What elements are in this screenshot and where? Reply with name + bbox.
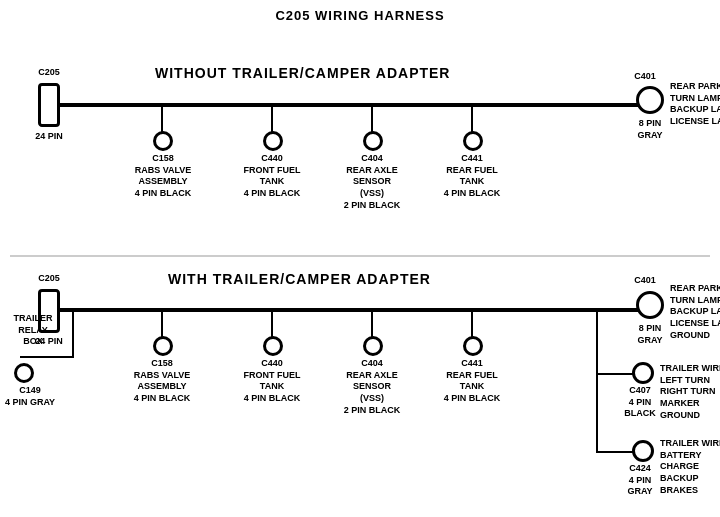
s1-c404-drop — [371, 105, 373, 133]
s1-c440-label: C440FRONT FUELTANK4 PIN BLACK — [243, 153, 301, 200]
s1-c205-label: C205 — [28, 67, 70, 79]
s1-c158-connector — [153, 131, 173, 151]
section1-label: WITHOUT TRAILER/CAMPER ADAPTER — [155, 65, 450, 81]
diagram-container: WITHOUT TRAILER/CAMPER ADAPTER C205 24 P… — [0, 23, 720, 517]
s1-c441-label: C441REAR FUELTANK4 PIN BLACK — [443, 153, 501, 200]
section2-label: WITH TRAILER/CAMPER ADAPTER — [168, 271, 431, 287]
s2-c158-label: C158RABS VALVEASSEMBLY4 PIN BLACK — [133, 358, 191, 405]
s2-c404-drop — [371, 310, 373, 338]
s1-c158-label: C158RABS VALVEASSEMBLY4 PIN BLACK — [133, 153, 193, 200]
s2-c424-connector — [632, 440, 654, 462]
s2-c424-id: C4244 PINGRAY — [618, 463, 662, 498]
s2-c407-id: C4074 PINBLACK — [620, 385, 660, 420]
s2-c158-connector — [153, 336, 173, 356]
s1-main-wire — [60, 103, 660, 107]
page-title: C205 WIRING HARNESS — [0, 0, 720, 23]
s2-c149-label: C1494 PIN GRAY — [4, 385, 56, 408]
s1-c440-drop — [271, 105, 273, 133]
s2-main-wire — [60, 308, 660, 312]
s1-c404-connector — [363, 131, 383, 151]
s1-c158-drop — [161, 105, 163, 133]
s2-c441-drop — [471, 310, 473, 338]
s2-c404-label: C404REAR AXLESENSOR(VSS)2 PIN BLACK — [343, 358, 401, 416]
s1-right-connector — [636, 86, 664, 114]
s2-c441-connector — [463, 336, 483, 356]
s1-24pin-label: 24 PIN — [24, 131, 74, 143]
s2-c407-connector — [632, 362, 654, 384]
s1-8pin-gray: 8 PINGRAY — [625, 118, 675, 141]
s1-c404-label: C404REAR AXLESENSOR(VSS)2 PIN BLACK — [343, 153, 401, 211]
s2-8pin-gray: 8 PINGRAY — [625, 323, 675, 346]
s2-c441-label: C441REAR FUELTANK4 PIN BLACK — [443, 358, 501, 405]
s1-c401-desc: REAR PARK/STOPTURN LAMPSBACKUP LAMPSLICE… — [670, 81, 720, 128]
s1-left-connector-rect — [38, 83, 60, 127]
s2-trailer-relay-label: TRAILERRELAYBOX — [2, 313, 64, 348]
s2-c404-connector — [363, 336, 383, 356]
section-divider — [10, 255, 710, 257]
s2-c424-drop — [596, 373, 598, 453]
s2-c401-desc: REAR PARK/STOPTURN LAMPSBACKUP LAMPSLICE… — [670, 283, 720, 341]
s2-c440-connector — [263, 336, 283, 356]
s2-c158-drop — [161, 310, 163, 338]
s1-c441-drop — [471, 105, 473, 133]
s2-c440-label: C440FRONT FUELTANK4 PIN BLACK — [243, 358, 301, 405]
s2-c424-desc: TRAILER WIRESBATTERY CHARGEBACKUPBRAKES — [660, 438, 720, 496]
s2-c205-label: C205 — [28, 273, 70, 285]
s2-c407-desc: TRAILER WIRESLEFT TURNRIGHT TURNMARKERGR… — [660, 363, 720, 421]
s1-c440-connector — [263, 131, 283, 151]
s2-c407-drop — [596, 310, 598, 375]
s2-c401-label: C401 — [630, 275, 660, 287]
s2-c149-connector — [14, 363, 34, 383]
s2-trailer-relay-drop — [72, 310, 74, 358]
s1-c401-label: C401 — [630, 71, 660, 83]
s2-trailer-relay-h — [20, 356, 74, 358]
s2-c440-drop — [271, 310, 273, 338]
s1-c441-connector — [463, 131, 483, 151]
s2-right-connector — [636, 291, 664, 319]
